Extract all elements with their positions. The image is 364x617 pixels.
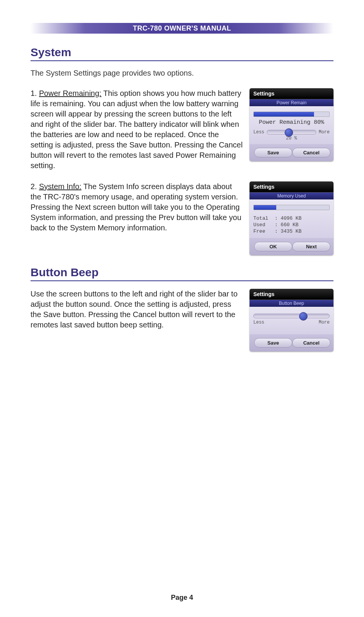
figure-memory-used: Settings Memory Used Total : 4096 KB Use… [250, 181, 333, 255]
device-footer: OK Next [250, 238, 333, 255]
device-body: Power Remaining 80% Less More 20 % [250, 106, 333, 144]
next-button[interactable]: Next [292, 242, 330, 251]
memory-free-key: Free [253, 228, 275, 234]
manual-header-title: TRC-780 OWNER'S MANUAL [133, 24, 231, 32]
memory-used-key: Used [253, 222, 275, 228]
device-body: Less More [250, 307, 333, 334]
beep-item: Use the screen buttons to the left and r… [31, 289, 333, 351]
device-screen: Settings Memory Used Total : 4096 KB Use… [250, 181, 333, 255]
beep-slider-row [253, 314, 330, 318]
memory-progress-bar [253, 205, 330, 210]
list-label: Power Remaining: [39, 89, 101, 97]
figure-power-remaining: Settings Power Remain Power Remaining 80… [250, 88, 333, 161]
system-item-1-text: 1. Power Remaining: This option shows yo… [31, 88, 250, 171]
list-label: System Info: [39, 182, 81, 191]
memory-total-row: Total : 4096 KB [253, 215, 330, 221]
power-remaining-label: Power Remaining 80% [253, 119, 330, 126]
system-item-2: 2. System Info: The System Info screen d… [31, 181, 333, 255]
device-body: Total : 4096 KB Used : 660 KB Free : 343… [250, 199, 333, 238]
slider-value: 20 % [253, 136, 330, 141]
ok-button[interactable]: OK [254, 242, 292, 251]
slider-less-label: Less [253, 320, 264, 325]
manual-page: TRC-780 OWNER'S MANUAL System The System… [0, 0, 364, 617]
device-header: Settings [250, 181, 333, 192]
list-body: This option shows you how much battery l… [31, 89, 243, 170]
slider-more-label: More [319, 320, 330, 325]
beep-slider[interactable] [253, 314, 330, 318]
system-item-1: 1. Power Remaining: This option shows yo… [31, 88, 333, 171]
system-intro: The System Settings page provides two op… [31, 69, 333, 78]
heading-rule [31, 280, 333, 281]
device-footer: Save Cancel [250, 144, 333, 161]
memory-used-val: : 660 KB [275, 222, 298, 228]
page-number: Page 4 [0, 594, 364, 602]
device-screen: Settings Power Remain Power Remaining 80… [250, 88, 333, 161]
memory-used-row: Used : 660 KB [253, 222, 330, 228]
system-item-2-text: 2. System Info: The System Info screen d… [31, 181, 250, 233]
list-number: 2. [31, 182, 39, 191]
list-number: 1. [31, 89, 39, 97]
cancel-button[interactable]: Cancel [292, 148, 330, 157]
device-subheader: Button Beep [250, 300, 333, 307]
device-subheader: Memory Used [250, 192, 333, 199]
memory-total-key: Total [253, 215, 275, 221]
device-header: Settings [250, 88, 333, 99]
device-subheader: Power Remain [250, 99, 333, 106]
heading-button-beep: Button Beep [31, 266, 333, 279]
heading-rule [31, 60, 333, 61]
cancel-button[interactable]: Cancel [292, 338, 330, 348]
page-content: System The System Settings page provides… [31, 46, 333, 362]
save-button[interactable]: Save [254, 338, 292, 348]
memory-total-val: : 4096 KB [275, 215, 301, 221]
beep-text: Use the screen buttons to the left and r… [31, 289, 250, 330]
figure-button-beep: Settings Button Beep Less More [250, 289, 333, 351]
device-screen: Settings Button Beep Less More [250, 289, 333, 351]
threshold-slider-row: Less More [253, 130, 330, 135]
heading-system: System [31, 46, 333, 59]
memory-free-row: Free : 3435 KB [253, 228, 330, 234]
slider-less-label: Less [253, 130, 264, 135]
power-progress-bar [253, 112, 330, 117]
device-header: Settings [250, 289, 333, 300]
memory-free-val: : 3435 KB [275, 228, 301, 234]
device-footer: Save Cancel [250, 334, 333, 351]
slider-more-label: More [319, 130, 330, 135]
threshold-slider[interactable] [267, 130, 316, 134]
save-button[interactable]: Save [254, 148, 292, 157]
manual-header-bar: TRC-780 OWNER'S MANUAL [31, 23, 333, 34]
